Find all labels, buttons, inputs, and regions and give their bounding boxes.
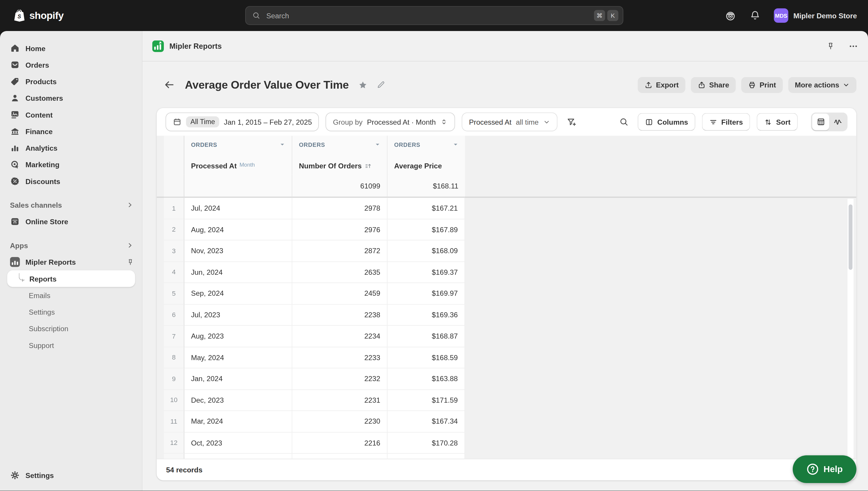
row-index: 4 bbox=[164, 262, 184, 283]
table-row[interactable]: 4Jun, 20242635$169.37 bbox=[164, 262, 465, 283]
sort-button[interactable]: Sort bbox=[757, 113, 798, 131]
filters-button[interactable]: Filters bbox=[702, 113, 750, 131]
columns-button[interactable]: Columns bbox=[638, 113, 695, 131]
column-menu-caret-icon[interactable] bbox=[453, 142, 459, 147]
sidebar-item-emails[interactable]: Emails bbox=[0, 287, 142, 304]
sidebar-item-orders[interactable]: Orders bbox=[0, 56, 142, 73]
cell-number-of-orders: 2230 bbox=[292, 411, 388, 432]
cell-processed-at: Mar, 2024 bbox=[184, 411, 292, 432]
sidebar-item-online-store[interactable]: Online Store bbox=[0, 213, 142, 230]
gutter-summary bbox=[164, 175, 184, 197]
export-button[interactable]: Export bbox=[638, 77, 686, 93]
shopify-bag-icon: S bbox=[12, 8, 26, 23]
cell-average-price: $167.34 bbox=[388, 411, 465, 432]
sidebar-item-home[interactable]: Home bbox=[0, 40, 142, 56]
processed-at-filter[interactable]: Processed At all time bbox=[462, 113, 557, 132]
sidebar-item-subscription[interactable]: Subscription bbox=[0, 320, 142, 337]
sidebar-item-finance[interactable]: Finance bbox=[0, 123, 142, 139]
global-search[interactable]: ⌘ K bbox=[245, 6, 624, 25]
pin-icon[interactable] bbox=[126, 258, 135, 266]
scrollbar-thumb[interactable] bbox=[848, 204, 852, 270]
sidebar-item-customers[interactable]: Customers bbox=[0, 90, 142, 106]
cell-number-of-orders: 2238 bbox=[292, 304, 388, 325]
sidebar-item-label: Home bbox=[25, 44, 45, 52]
cell-number-of-orders: 2216 bbox=[292, 432, 388, 454]
back-arrow-icon[interactable] bbox=[164, 79, 175, 90]
edit-pencil-icon[interactable] bbox=[376, 80, 385, 89]
column-menu-caret-icon[interactable] bbox=[280, 142, 285, 147]
store-name: Mipler Demo Store bbox=[793, 11, 857, 20]
share-button[interactable]: Share bbox=[691, 77, 736, 93]
date-preset-badge: All Time bbox=[186, 116, 219, 127]
table-row[interactable]: 5Sep, 20242459$169.97 bbox=[164, 283, 465, 304]
table-row[interactable]: 1Jul, 20242978$167.21 bbox=[164, 198, 465, 219]
favorite-star-icon[interactable] bbox=[358, 80, 368, 89]
cell-processed-at: Aug, 2023 bbox=[184, 326, 292, 347]
store-menu[interactable]: MDS Mipler Demo Store bbox=[774, 8, 857, 23]
sidebar-item-reports[interactable]: Reports bbox=[7, 270, 135, 287]
sidebar-section-sales-channels[interactable]: Sales channels bbox=[0, 197, 142, 213]
more-actions-button[interactable]: More actions bbox=[788, 77, 857, 93]
search-input[interactable] bbox=[265, 11, 592, 20]
sidebar-item-products[interactable]: Products bbox=[0, 73, 142, 90]
target-icon bbox=[10, 160, 20, 170]
report-toolbar: All Time Jan 1, 2015 – Feb 27, 2025 Grou… bbox=[157, 108, 857, 136]
cell-number-of-orders: 2459 bbox=[292, 283, 388, 304]
cell-average-price: $169.36 bbox=[388, 304, 465, 325]
table-view-toggle[interactable] bbox=[812, 113, 829, 130]
sidebar-item-mipler-reports[interactable]: Mipler Reports bbox=[0, 254, 142, 270]
help-button[interactable]: Help bbox=[793, 455, 857, 483]
table-row[interactable]: 9Jan, 20242232$163.88 bbox=[164, 368, 465, 390]
table-row[interactable]: 12Oct, 20232216$170.28 bbox=[164, 432, 465, 454]
column-header-processed-at[interactable]: ORDERS Processed AtMonth bbox=[184, 136, 292, 174]
chart-view-toggle[interactable] bbox=[829, 113, 846, 130]
button-label: Filters bbox=[721, 118, 743, 126]
page-title: Average Order Value Over Time bbox=[185, 78, 349, 91]
sidekick-assistant-icon[interactable] bbox=[725, 10, 736, 21]
sidebar-item-marketing[interactable]: Marketing bbox=[0, 156, 142, 173]
top-bar: S shopify ⌘ K bbox=[0, 0, 868, 31]
cell-number-of-orders: 2978 bbox=[292, 198, 388, 219]
date-range-picker[interactable]: All Time Jan 1, 2015 – Feb 27, 2025 bbox=[166, 113, 319, 132]
cell-number-of-orders: 2976 bbox=[292, 219, 388, 240]
more-menu-icon[interactable] bbox=[848, 41, 858, 51]
print-button[interactable]: Print bbox=[741, 77, 783, 93]
column-header-number-of-orders[interactable]: ORDERS Number Of Orders bbox=[292, 136, 388, 174]
button-label: Export bbox=[656, 81, 679, 89]
table-row[interactable]: 2Aug, 20242976$167.89 bbox=[164, 219, 465, 240]
shopify-logo[interactable]: S shopify bbox=[0, 8, 63, 23]
sidebar-item-label: Marketing bbox=[25, 161, 59, 169]
row-index: 2 bbox=[164, 219, 184, 240]
sidebar-item-content[interactable]: Content bbox=[0, 106, 142, 123]
group-by-prefix: Group by bbox=[333, 118, 363, 126]
summary-number-of-orders: 61099 bbox=[292, 175, 388, 197]
pin-icon[interactable] bbox=[826, 41, 836, 51]
summary-average-price: $168.11 bbox=[388, 175, 465, 197]
sidebar-item-discounts[interactable]: Discounts bbox=[0, 173, 142, 190]
date-range-value: Jan 1, 2015 – Feb 27, 2025 bbox=[224, 118, 312, 126]
table-row[interactable]: 7Aug, 20232234$168.87 bbox=[164, 326, 465, 347]
sidebar-item-label: Settings bbox=[25, 471, 54, 480]
table-row[interactable]: 11Mar, 20242230$167.34 bbox=[164, 411, 465, 432]
sidebar-item-support[interactable]: Support bbox=[0, 337, 142, 353]
table-row[interactable]: 3Nov, 20232872$168.09 bbox=[164, 240, 465, 262]
tree-connector-icon bbox=[19, 273, 25, 280]
cell-average-price: $170.28 bbox=[388, 432, 465, 454]
add-filter-button[interactable] bbox=[564, 114, 579, 129]
notifications-bell-icon[interactable] bbox=[750, 10, 761, 21]
sidebar-item-analytics[interactable]: Analytics bbox=[0, 140, 142, 156]
table-search-button[interactable] bbox=[617, 115, 631, 129]
sidebar-item-settings[interactable]: Settings bbox=[0, 467, 142, 484]
shopify-wordmark: shopify bbox=[29, 10, 63, 21]
table-row[interactable]: 8May, 20242233$168.59 bbox=[164, 347, 465, 368]
table-row[interactable]: 6Jul, 20232238$169.36 bbox=[164, 304, 465, 325]
sort-ascending-icon bbox=[365, 162, 372, 170]
sidebar-section-apps[interactable]: Apps bbox=[0, 237, 142, 254]
sidebar-item-app-settings[interactable]: Settings bbox=[0, 304, 142, 320]
column-menu-caret-icon[interactable] bbox=[375, 142, 380, 147]
group-by-select[interactable]: Group by Processed At · Month bbox=[326, 113, 455, 132]
column-header-average-price[interactable]: ORDERS Average Price bbox=[388, 136, 465, 174]
row-index: 7 bbox=[164, 326, 184, 347]
table-row[interactable]: 10Dec, 20232231$171.59 bbox=[164, 390, 465, 411]
cell-number-of-orders: 2872 bbox=[292, 240, 388, 262]
